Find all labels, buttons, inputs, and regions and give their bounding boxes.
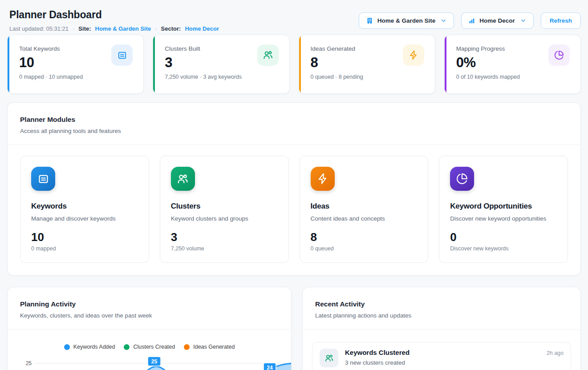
data-label-badge-25: 25 bbox=[148, 357, 161, 366]
accent-bar bbox=[8, 35, 9, 93]
chart-legend: Keywords Added Clusters Created Ideas Ge… bbox=[8, 344, 291, 350]
activity-item-description: 3 new clusters created bbox=[345, 359, 564, 366]
module-subtitle: 0 mapped bbox=[31, 245, 138, 252]
bottom-row: Planning Activity Keywords, clusters, an… bbox=[7, 287, 581, 370]
document-icon bbox=[111, 44, 133, 66]
activity-item-body: Keywords Clustered 2h ago 3 new clusters… bbox=[345, 349, 564, 366]
accent-bar bbox=[153, 35, 155, 93]
stat-subtitle: 0 mapped · 10 unmapped bbox=[19, 74, 133, 80]
legend-dot-blue bbox=[64, 344, 70, 350]
recent-activity-panel: Recent Activity Latest planning actions … bbox=[302, 287, 581, 370]
module-value: 0 bbox=[450, 231, 557, 243]
module-subtitle: 0 queued bbox=[311, 245, 418, 252]
module-card-clusters[interactable]: Clusters Keyword clusters and groups 3 7… bbox=[160, 156, 289, 263]
activity-item-time: 2h ago bbox=[547, 350, 564, 356]
activity-item-title: Keywords Clustered bbox=[345, 349, 410, 356]
module-subtitle: 7,250 volume bbox=[171, 245, 278, 252]
users-icon bbox=[171, 167, 195, 191]
svg-text:25: 25 bbox=[151, 358, 158, 365]
y-axis-tick: 25 bbox=[26, 360, 32, 366]
stat-card-clusters-built: Clusters Built 3 7,250 volume · 3 avg ke… bbox=[153, 35, 289, 94]
document-icon bbox=[31, 167, 55, 191]
recent-subtitle: Latest planning actions and updates bbox=[315, 312, 568, 319]
activity-chart: Keywords Added Clusters Created Ideas Ge… bbox=[8, 344, 291, 370]
stat-subtitle: 0 of 10 keywords mapped bbox=[456, 74, 570, 80]
module-card-keyword-opportunities[interactable]: Keyword Opportunities Discover new keywo… bbox=[439, 156, 568, 263]
legend-dot-orange bbox=[184, 344, 190, 350]
refresh-button[interactable]: Refresh bbox=[541, 12, 581, 29]
module-description: Content ideas and concepts bbox=[311, 215, 418, 222]
module-card-keywords[interactable]: Keywords Manage and discover keywords 10… bbox=[20, 156, 149, 263]
recent-activity-list: Keywords Clustered 2h ago 3 new clusters… bbox=[303, 330, 580, 370]
site-selector-label: Home & Garden Site bbox=[377, 17, 436, 24]
module-subtitle: Discover new keywords bbox=[450, 245, 557, 252]
module-value: 10 bbox=[31, 231, 138, 243]
activity-item-top: Keywords Clustered 2h ago bbox=[345, 349, 564, 356]
module-title: Keyword Opportunities bbox=[450, 202, 557, 211]
module-title: Clusters bbox=[171, 202, 278, 211]
activity-title: Planning Activity bbox=[20, 300, 279, 308]
stats-row: Total Keywords 10 0 mapped · 10 unmapped… bbox=[7, 35, 581, 94]
pie-chart-icon bbox=[450, 167, 474, 191]
users-icon bbox=[257, 44, 279, 66]
sector-label: Sector: bbox=[161, 25, 181, 32]
module-title: Keywords bbox=[31, 202, 138, 211]
page-title: Planner Dashboard bbox=[7, 9, 219, 21]
site-link[interactable]: Home & Garden Site bbox=[95, 25, 151, 32]
stat-subtitle: 7,250 volume · 3 avg keywords bbox=[165, 74, 278, 80]
bar-chart-icon bbox=[468, 17, 475, 24]
accent-bar bbox=[299, 35, 301, 93]
accent-bar bbox=[445, 35, 446, 93]
legend-item-ideas-generated[interactable]: Ideas Generated bbox=[184, 344, 235, 350]
modules-subtitle: Access all planning tools and features bbox=[20, 128, 568, 134]
legend-label: Keywords Added bbox=[73, 344, 115, 350]
sector-link[interactable]: Home Decor bbox=[185, 25, 219, 32]
module-value: 8 bbox=[311, 231, 418, 243]
activity-panel-header: Planning Activity Keywords, clusters, an… bbox=[8, 287, 291, 330]
module-title: Ideas bbox=[311, 202, 418, 211]
header-meta: Last updated: 05:31:21 · Site: Home & Ga… bbox=[7, 25, 219, 32]
module-value: 3 bbox=[171, 231, 278, 243]
chevron-down-icon bbox=[520, 17, 527, 24]
zap-icon bbox=[403, 44, 424, 66]
site-label: Site: bbox=[78, 25, 91, 32]
meta-separator: · bbox=[73, 25, 74, 32]
sector-selector-dropdown[interactable]: Home Decor bbox=[461, 12, 534, 29]
modules-grid: Keywords Manage and discover keywords 10… bbox=[8, 145, 580, 263]
legend-label: Ideas Generated bbox=[193, 344, 235, 350]
sector-selector-label: Home Decor bbox=[479, 17, 515, 24]
building-icon bbox=[366, 17, 373, 24]
legend-label: Clusters Created bbox=[133, 344, 175, 350]
legend-item-clusters-created[interactable]: Clusters Created bbox=[124, 344, 175, 350]
stat-card-mapping-progress: Mapping Progress 0% 0 of 10 keywords map… bbox=[444, 35, 581, 94]
planner-dashboard-page: Planner Dashboard Last updated: 05:31:21… bbox=[0, 0, 588, 370]
header-controls: Home & Garden Site Home Decor Refresh bbox=[359, 12, 581, 29]
page-header: Planner Dashboard Last updated: 05:31:21… bbox=[7, 9, 581, 32]
data-label-badge-24: 24 bbox=[264, 363, 276, 370]
activity-item-keywords-clustered: Keywords Clustered 2h ago 3 new clusters… bbox=[312, 342, 571, 370]
chevron-down-icon bbox=[440, 17, 447, 24]
meta-separator: · bbox=[155, 25, 157, 32]
pie-chart-icon bbox=[548, 44, 570, 66]
stat-card-total-keywords: Total Keywords 10 0 mapped · 10 unmapped bbox=[7, 35, 144, 94]
site-selector-dropdown[interactable]: Home & Garden Site bbox=[359, 12, 454, 29]
header-left: Planner Dashboard Last updated: 05:31:21… bbox=[7, 9, 219, 32]
legend-dot-green bbox=[124, 344, 130, 350]
recent-title: Recent Activity bbox=[315, 300, 568, 308]
recent-panel-header: Recent Activity Latest planning actions … bbox=[303, 287, 580, 330]
svg-text:24: 24 bbox=[267, 365, 273, 370]
users-icon bbox=[320, 349, 338, 367]
modules-panel-header: Planner Modules Access all planning tool… bbox=[8, 103, 580, 145]
module-description: Manage and discover keywords bbox=[31, 215, 138, 222]
last-updated-text: Last updated: 05:31:21 bbox=[9, 25, 69, 32]
legend-item-keywords-added[interactable]: Keywords Added bbox=[64, 344, 115, 350]
module-description: Keyword clusters and groups bbox=[171, 215, 278, 222]
zap-icon bbox=[311, 167, 335, 191]
planner-modules-panel: Planner Modules Access all planning tool… bbox=[7, 102, 581, 276]
modules-title: Planner Modules bbox=[20, 116, 568, 124]
stat-card-ideas-generated: Ideas Generated 8 0 queued · 8 pending bbox=[299, 35, 435, 94]
module-card-ideas[interactable]: Ideas Content ideas and concepts 8 0 que… bbox=[300, 156, 429, 263]
planning-activity-panel: Planning Activity Keywords, clusters, an… bbox=[7, 287, 292, 370]
module-description: Discover new keyword opportunities bbox=[450, 215, 557, 222]
line-chart-canvas: 25 25 24 bbox=[14, 354, 292, 370]
